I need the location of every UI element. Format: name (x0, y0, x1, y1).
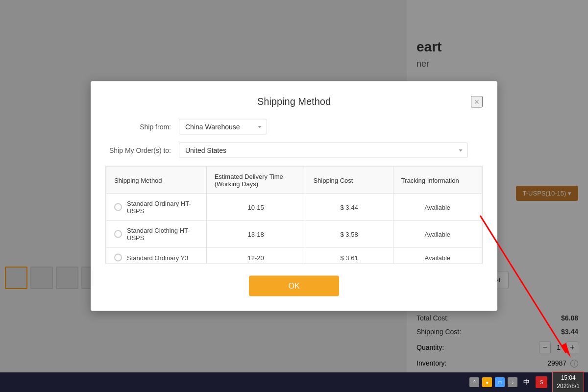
cell-delivery: 13-18 (206, 220, 305, 247)
method-name: Standard Clothing HT-USPS (127, 227, 198, 242)
taskbar-date: 2022/8/1 (557, 382, 580, 391)
modal-close-button[interactable]: × (471, 96, 483, 108)
ship-from-label: Ship from: (105, 123, 179, 131)
shipping-method-modal: Shipping Method × Ship from: China Wareh… (91, 81, 497, 311)
taskbar-expand-icon: ^ (469, 377, 479, 387)
shipping-table-wrapper: Shipping Method Estimated Delivery Time(… (105, 166, 483, 264)
ship-to-label: Ship My Order(s) to: (105, 147, 179, 154)
row-radio[interactable] (114, 254, 122, 262)
cell-delivery: 10-15 (206, 194, 305, 220)
taskbar-datetime: 15:04 2022/8/1 (552, 371, 584, 392)
taskbar-system-icons: ^ ● □ ♪ 中 S (469, 376, 547, 388)
row-radio[interactable] (114, 203, 122, 211)
col-header-method: Shipping Method (106, 167, 207, 194)
taskbar-language: 中 (523, 378, 530, 387)
taskbar-monitor-icon: □ (495, 377, 505, 387)
modal-header: Shipping Method × (105, 96, 483, 107)
cell-delivery: 12-20 (206, 247, 305, 264)
col-header-cost: Shipping Cost (305, 167, 393, 194)
taskbar-app-icon: S (536, 376, 547, 388)
cell-tracking: Available (393, 220, 482, 247)
ok-button-wrapper: OK (105, 276, 483, 296)
cell-cost: $ 3.61 (305, 247, 393, 264)
taskbar-notify-icon: ● (482, 377, 492, 387)
warehouse-select[interactable]: China Warehouse (179, 119, 267, 135)
cell-tracking: Available (393, 194, 482, 220)
ok-button[interactable]: OK (249, 276, 339, 296)
taskbar-audio-icon: ♪ (508, 377, 517, 387)
table-row[interactable]: Standard Clothing HT-USPS13-18$ 3.58Avai… (106, 220, 482, 247)
cell-cost: $ 3.58 (305, 220, 393, 247)
modal-title: Shipping Method (257, 96, 331, 107)
cell-method: Standard Ordinary HT-USPS (106, 194, 207, 220)
table-header-row: Shipping Method Estimated Delivery Time(… (106, 167, 482, 194)
cell-cost: $ 3.44 (305, 194, 393, 220)
method-name: Standard Ordinary Y3 (127, 254, 189, 261)
ship-from-row: Ship from: China Warehouse (105, 119, 483, 135)
cell-method: Standard Ordinary Y3 (106, 247, 207, 264)
table-row[interactable]: Standard Ordinary Y312-20$ 3.61Available (106, 247, 482, 264)
col-header-delivery: Estimated Delivery Time(Working Days) (206, 167, 305, 194)
shipping-table: Shipping Method Estimated Delivery Time(… (106, 167, 482, 264)
taskbar: ^ ● □ ♪ 中 S 15:04 2022/8/1 (0, 372, 588, 392)
cell-tracking: Available (393, 247, 482, 264)
method-name: Standard Ordinary HT-USPS (127, 200, 198, 215)
cell-method: Standard Clothing HT-USPS (106, 220, 207, 247)
col-header-tracking: Tracking Information (393, 167, 482, 194)
table-row[interactable]: Standard Ordinary HT-USPS10-15$ 3.44Avai… (106, 194, 482, 220)
ship-to-row: Ship My Order(s) to: United States (105, 143, 483, 158)
row-radio[interactable] (114, 230, 122, 238)
taskbar-time: 15:04 (557, 374, 580, 382)
country-select[interactable]: United States (179, 143, 468, 158)
